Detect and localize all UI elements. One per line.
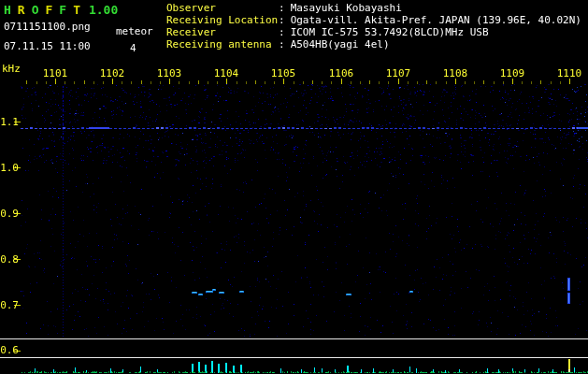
datetime-label: 07.11.15 11:00	[4, 40, 91, 52]
y-tick-label: 0.9	[0, 208, 19, 220]
app-title-letter: H	[4, 3, 11, 17]
x-tick-label: 1101	[42, 67, 68, 79]
app-title-letter: R	[18, 3, 25, 17]
y-tick-label: 0.6	[0, 344, 19, 356]
app-title-letter: F	[45, 3, 52, 17]
panel-divider-line	[0, 357, 588, 358]
info-colon: :	[279, 26, 285, 38]
info-colon: :	[279, 14, 285, 26]
app-title: HROFFT1.00	[4, 3, 118, 17]
info-value: Ogata-vill. Akita-Pref. JAPAN (139.96E, …	[291, 14, 581, 26]
info-row-receiver: Receiver:ICOM IC-575 53.7492(8LCD)MHz US…	[166, 26, 581, 38]
x-tick-label: 1108	[442, 67, 468, 79]
info-label: Observer	[166, 2, 279, 14]
y-tick-label: 1.0	[0, 162, 19, 174]
y-tick-label: 0.8	[0, 253, 19, 266]
info-value: A504HB(yagi 4el)	[291, 38, 390, 50]
y-axis-unit: kHz	[2, 63, 21, 75]
x-tick-label: 1106	[328, 67, 354, 79]
info-value: ICOM IC-575 53.7492(8LCD)MHz USB	[291, 26, 489, 38]
x-tick-label: 1105	[270, 67, 296, 79]
x-tick-label: 1107	[385, 67, 411, 79]
y-tick-label: 0.7	[0, 299, 19, 311]
panel-divider-line	[0, 338, 588, 339]
info-label: Receiver	[166, 26, 279, 38]
info-colon: :	[279, 2, 285, 14]
info-value: Masayuki Kobayashi	[291, 2, 402, 14]
app-title-letter: T	[73, 3, 80, 17]
info-row-observer: Observer:Masayuki Kobayashi	[166, 2, 581, 14]
x-tick-label: 1109	[499, 67, 525, 79]
info-label: Receiving Location	[166, 14, 279, 26]
x-tick-label: 1104	[213, 67, 239, 79]
x-tick-label: 1103	[156, 67, 182, 79]
x-tick-label: 1110	[556, 67, 582, 79]
app-title-letter: O	[32, 3, 39, 17]
mode-label: meteor	[116, 25, 153, 37]
info-colon: :	[279, 38, 285, 50]
info-label: Receiving antenna	[166, 38, 279, 50]
output-filename: 0711151100.png	[4, 21, 91, 33]
app-title-letter: F	[59, 3, 66, 17]
hrofft-screen: HROFFT1.00 0711151100.png meteor 07.11.1…	[0, 0, 588, 374]
app-version: 1.00	[89, 3, 118, 17]
meteor-count: 4	[130, 42, 136, 54]
y-tick-label: 1.1	[0, 116, 19, 128]
info-row-location: Receiving Location:Ogata-vill. Akita-Pre…	[166, 14, 581, 26]
station-info-panel: Observer:Masayuki Kobayashi Receiving Lo…	[166, 2, 581, 50]
spectrogram-canvas	[0, 0, 588, 374]
info-row-antenna: Receiving antenna:A504HB(yagi 4el)	[166, 38, 581, 50]
x-tick-label: 1102	[99, 67, 125, 79]
